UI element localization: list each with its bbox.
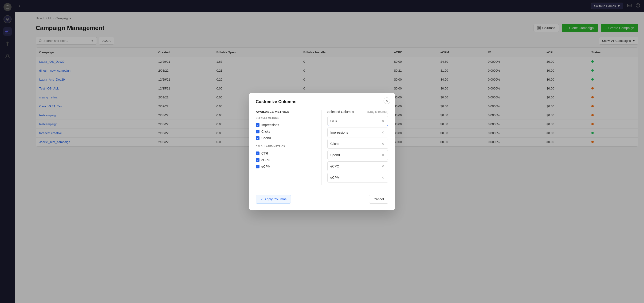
modal-footer: ✓ Apply Columns Cancel — [256, 191, 388, 204]
selected-item-spend[interactable]: Spend ✕ — [328, 150, 388, 160]
selected-col-header: Selected Columns (Drag to reorder) — [328, 110, 388, 114]
spend-checkbox[interactable] — [256, 136, 260, 140]
impressions-checkbox[interactable] — [256, 123, 260, 127]
customize-columns-modal: Customize Columns ✕ Available Metrics DE… — [249, 93, 395, 210]
ecpc-checkbox[interactable] — [256, 158, 260, 162]
ctr-checkbox[interactable] — [256, 151, 260, 155]
selected-columns-panel: Selected Columns (Drag to reorder) CTR ✕… — [326, 110, 388, 185]
selected-item-ctr[interactable]: CTR ✕ — [328, 116, 388, 126]
remove-spend-button[interactable]: ✕ — [380, 153, 385, 157]
selected-ecpc-label: eCPC — [330, 164, 339, 168]
modal-overlay: Customize Columns ✕ Available Metrics DE… — [0, 0, 644, 303]
selected-ecpm-label: eCPM — [330, 176, 340, 179]
selected-item-ecpm[interactable]: eCPM ✕ — [328, 173, 388, 183]
ecpc-label: eCPC — [261, 158, 270, 162]
cancel-label: Cancel — [374, 197, 384, 201]
apply-check-icon: ✓ — [260, 197, 263, 201]
selected-spend-label: Spend — [330, 153, 340, 157]
ecpm-checkbox[interactable] — [256, 165, 260, 168]
available-metrics-label: Available Metrics — [256, 110, 317, 113]
apply-label: Apply Columns — [264, 197, 286, 201]
clicks-checkbox[interactable] — [256, 130, 260, 133]
default-metric-impressions[interactable]: Impressions — [256, 122, 317, 128]
impressions-label: Impressions — [261, 123, 279, 127]
ctr-label: CTR — [261, 151, 268, 155]
remove-ecpm-button[interactable]: ✕ — [380, 175, 385, 180]
default-metrics-label: DEFAULT METRICS — [256, 117, 317, 119]
modal-close-button[interactable]: ✕ — [384, 97, 390, 104]
calculated-metric-ctr[interactable]: CTR — [256, 150, 317, 157]
remove-ctr-button[interactable]: ✕ — [380, 119, 385, 123]
cancel-button[interactable]: Cancel — [369, 195, 388, 204]
modal-body: Available Metrics DEFAULT METRICS Impres… — [256, 110, 388, 185]
spend-label: Spend — [261, 136, 271, 140]
selected-ctr-label: CTR — [330, 119, 337, 123]
available-metrics-panel: Available Metrics DEFAULT METRICS Impres… — [256, 110, 322, 185]
ecpm-label: eCPM — [261, 165, 270, 168]
apply-columns-button[interactable]: ✓ Apply Columns — [256, 195, 291, 204]
remove-clicks-button[interactable]: ✕ — [380, 141, 385, 146]
drag-hint: (Drag to reorder) — [367, 110, 388, 113]
calculated-metrics-label: CALCULATED METRICS — [256, 145, 317, 148]
selected-item-clicks[interactable]: Clicks ✕ — [328, 139, 388, 149]
modal-title: Customize Columns — [256, 99, 388, 104]
remove-ecpc-button[interactable]: ✕ — [380, 164, 385, 169]
selected-columns-title: Selected Columns — [328, 110, 354, 114]
remove-impressions-button[interactable]: ✕ — [380, 130, 385, 135]
calculated-metric-ecpc[interactable]: eCPC — [256, 157, 317, 163]
selected-item-impressions[interactable]: Impressions ✕ — [328, 128, 388, 137]
selected-item-ecpc[interactable]: eCPC ✕ — [328, 161, 388, 171]
calculated-metric-ecpm[interactable]: eCPM — [256, 163, 317, 170]
selected-clicks-label: Clicks — [330, 142, 339, 146]
default-metric-clicks[interactable]: Clicks — [256, 128, 317, 135]
clicks-label: Clicks — [261, 130, 270, 133]
default-metric-spend[interactable]: Spend — [256, 135, 317, 141]
selected-impressions-label: Impressions — [330, 131, 348, 134]
